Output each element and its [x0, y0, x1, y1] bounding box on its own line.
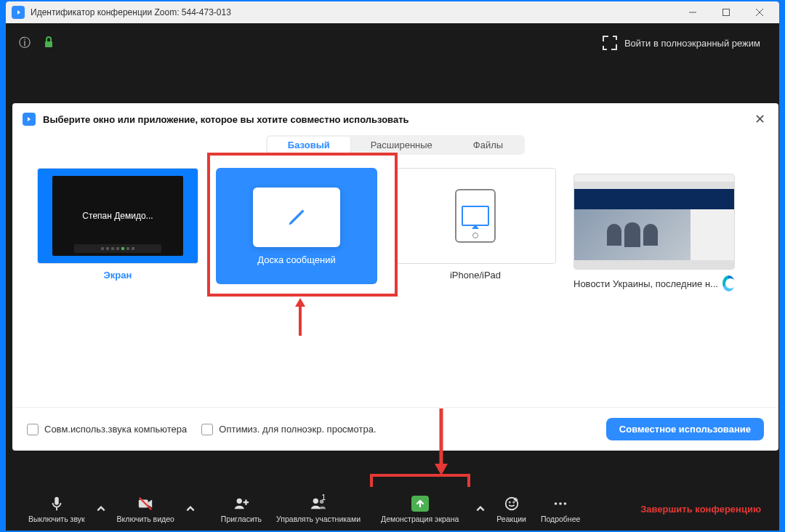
info-icon[interactable]: ⓘ — [19, 36, 31, 51]
close-button[interactable] — [743, 1, 776, 23]
fullscreen-icon — [603, 36, 617, 50]
window-controls — [676, 1, 776, 23]
tab-advanced[interactable]: Расширенные — [350, 137, 453, 153]
invite-icon — [233, 495, 250, 512]
share-button[interactable]: Совместное использование — [606, 418, 764, 440]
meeting-topbar: ⓘ Войти в полноэкранный режим — [6, 23, 779, 63]
share-audio-checkbox[interactable]: Совм.использ.звука компьютера — [27, 424, 187, 435]
invite-button[interactable]: Пригласить — [214, 488, 269, 529]
share-screen-label: Демонстрация экрана — [381, 515, 459, 523]
mute-label: Выключить звук — [28, 515, 85, 523]
share-options-chevron[interactable] — [472, 488, 489, 529]
dialog-footer: Совм.использ.звука компьютера Оптимиз. д… — [12, 407, 778, 451]
optimize-video-checkbox[interactable]: Оптимиз. для полноэкр. просмотра. — [201, 424, 376, 435]
checkbox-icon — [27, 424, 39, 435]
microphone-icon — [48, 495, 65, 512]
share-option-news-window[interactable]: Новости Украины, последние н... — [573, 174, 735, 291]
tab-files[interactable]: Файлы — [453, 137, 523, 153]
svg-point-21 — [513, 501, 514, 502]
news-label: Новости Украины, последние н... — [573, 275, 735, 291]
svg-point-20 — [509, 501, 510, 502]
video-button[interactable]: Включить видео — [110, 488, 182, 529]
svg-point-14 — [237, 498, 242, 503]
edge-browser-icon — [722, 275, 735, 291]
encryption-lock-icon[interactable] — [44, 36, 54, 50]
svg-marker-8 — [435, 464, 448, 475]
audio-options-chevron[interactable] — [92, 488, 110, 529]
svg-rect-1 — [723, 9, 730, 16]
camera-icon — [137, 495, 154, 512]
zoom-window: Идентификатор конференции Zoom: 544-473-… — [6, 1, 779, 531]
share-tabs: Базовый Расширенные Файлы — [266, 135, 525, 155]
dialog-close-button[interactable]: ✕ — [751, 110, 768, 128]
invite-label: Пригласить — [221, 515, 262, 523]
svg-point-17 — [313, 498, 318, 503]
reactions-label: Реакции — [496, 515, 526, 523]
whiteboard-label: Доска сообщений — [257, 254, 336, 265]
maximize-button[interactable] — [709, 1, 743, 23]
participants-count-badge: 1 — [321, 493, 326, 501]
share-option-whiteboard[interactable]: Доска сообщений — [216, 168, 377, 291]
more-button[interactable]: Подробнее — [534, 488, 587, 529]
svg-rect-4 — [45, 41, 52, 47]
mute-button[interactable]: Выключить звук — [21, 488, 92, 529]
share-screen-button[interactable]: Демонстрация экрана — [368, 488, 472, 529]
share-audio-label: Совм.использ.звука компьютера — [44, 424, 187, 435]
tab-basic[interactable]: Базовый — [267, 137, 350, 153]
svg-point-25 — [559, 502, 562, 505]
whiteboard-icon — [253, 188, 340, 247]
fullscreen-button[interactable]: Войти в полноэкранный режим — [597, 31, 766, 55]
svg-rect-9 — [55, 496, 59, 504]
svg-point-26 — [564, 502, 567, 505]
video-options-chevron[interactable] — [182, 488, 199, 529]
fullscreen-label: Войти в полноэкранный режим — [624, 38, 760, 49]
titlebar: Идентификатор конференции Zoom: 544-473-… — [6, 1, 779, 23]
dialog-header: Выберите окно или приложение, которое вы… — [12, 103, 778, 135]
news-thumbnail — [573, 174, 735, 270]
checkbox-icon — [201, 424, 213, 435]
more-icon — [552, 495, 569, 512]
meeting-toolbar: Выключить звук Включить видео Пригласить… — [12, 487, 778, 531]
minimize-button[interactable] — [676, 1, 709, 23]
share-option-screen[interactable]: Степан Демидо... Экран — [37, 168, 198, 291]
share-screen-icon — [411, 495, 429, 512]
svg-point-24 — [555, 502, 557, 505]
more-label: Подробнее — [541, 515, 580, 523]
video-label: Включить видео — [117, 515, 174, 523]
reactions-button[interactable]: Реакции — [489, 488, 534, 529]
optimize-label: Оптимиз. для полноэкр. просмотра. — [219, 424, 376, 435]
reactions-icon — [503, 495, 520, 512]
window-title: Идентификатор конференции Zoom: 544-473-… — [31, 7, 676, 17]
meeting-participant-name: Степан Демидо... — [82, 211, 153, 221]
participants-label: Управлять участниками — [276, 515, 361, 523]
zoom-app-icon — [12, 6, 25, 19]
participants-button[interactable]: 1 Управлять участниками — [269, 488, 368, 529]
participants-icon: 1 — [310, 495, 327, 512]
share-options-grid: Степан Демидо... Экран Доска сообщений — [12, 168, 778, 291]
dialog-title: Выберите окно или приложение, которое вы… — [43, 114, 751, 125]
screen-thumbnail: Степан Демидо... — [37, 168, 198, 264]
zoom-dialog-icon — [23, 113, 36, 126]
end-meeting-button[interactable]: Завершить конференцию — [632, 498, 770, 520]
share-option-iphone-ipad[interactable]: iPhone/iPad — [395, 168, 556, 291]
ipad-label: iPhone/iPad — [395, 270, 556, 281]
ipad-thumbnail — [395, 168, 556, 264]
screen-label: Экран — [37, 270, 198, 281]
share-screen-dialog: Выберите окно или приложение, которое вы… — [12, 103, 778, 451]
